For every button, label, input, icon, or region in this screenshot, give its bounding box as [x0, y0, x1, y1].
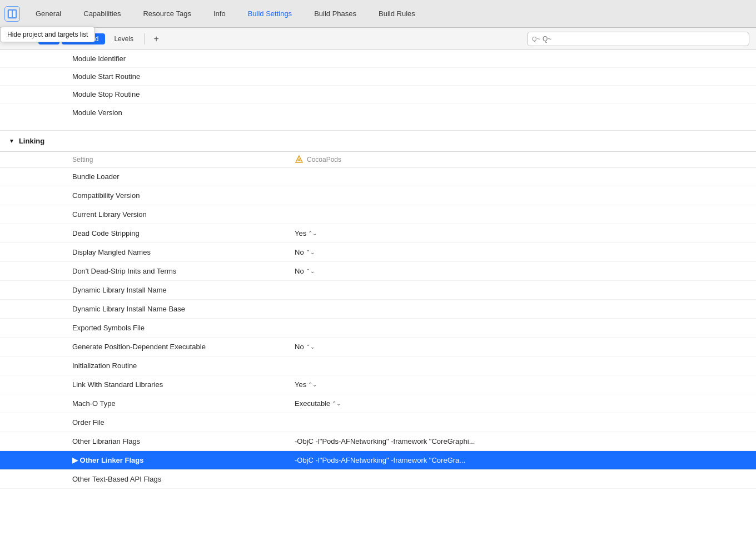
row-module-start-routine[interactable]: Module Start Routine	[0, 68, 756, 86]
top-nav-bar: General Capabilities Resource Tags Info …	[0, 0, 756, 28]
tab-build-phases[interactable]: Build Phases	[303, 0, 367, 28]
stepper-icon[interactable]: ⌃⌄	[308, 231, 317, 236]
linking-section-header[interactable]: ▼ Linking	[0, 131, 756, 152]
tab-info[interactable]: Info	[202, 0, 237, 28]
linking-section: ▼ Linking Setting A CocoaPods Bundle Loa…	[0, 131, 756, 489]
linking-row[interactable]: Current Library Version	[0, 205, 756, 224]
link-row-label: Display Mangled Names	[72, 248, 295, 256]
stepper-icon[interactable]: ⌃⌄	[306, 250, 315, 255]
link-row-label: Dynamic Library Install Name Base	[72, 305, 295, 313]
module-section: Module Identifier Module Start Routine M…	[0, 50, 756, 131]
tab-build-rules[interactable]: Build Rules	[367, 0, 426, 28]
module-version-label: Module Version	[72, 108, 295, 117]
link-row-value: Executable⌃⌄	[295, 399, 341, 408]
linking-row[interactable]: Don't Dead-Strip Inits and TermsNo⌃⌄	[0, 262, 756, 281]
linking-row[interactable]: Initialization Routine	[0, 356, 756, 375]
link-row-value: No⌃⌄	[295, 343, 315, 351]
tooltip-hide-list: Hide project and targets list	[0, 27, 95, 42]
col-header-cocoapods: A CocoaPods	[295, 155, 341, 164]
search-icon: Q~	[532, 36, 540, 42]
stepper-icon[interactable]: ⌃⌄	[332, 401, 341, 407]
link-row-value: No⌃⌄	[295, 248, 315, 256]
linking-row[interactable]: Bundle Loader	[0, 167, 756, 186]
tab-resource-tags[interactable]: Resource Tags	[132, 0, 202, 28]
linking-collapse-arrow: ▼	[9, 138, 14, 144]
stepper-icon[interactable]: ⌃⌄	[306, 344, 315, 350]
linking-row[interactable]: Exported Symbols File	[0, 319, 756, 338]
col-header-setting: Setting	[72, 156, 295, 163]
link-row-label: Current Library Version	[72, 210, 295, 219]
linking-row[interactable]: Compatibility Version	[0, 186, 756, 205]
link-row-value: -ObjC -l"Pods-AFNetworking" -framework "…	[295, 437, 475, 445]
linking-row[interactable]: Generate Position-Dependent ExecutableNo…	[0, 338, 756, 356]
linking-row[interactable]: Link With Standard LibrariesYes⌃⌄	[0, 375, 756, 394]
link-row-label: Generate Position-Dependent Executable	[72, 343, 295, 351]
filter-divider	[145, 33, 145, 44]
link-row-label: Bundle Loader	[72, 172, 295, 181]
svg-rect-2	[13, 11, 16, 17]
tab-build-settings[interactable]: Build Settings	[237, 0, 304, 28]
link-row-value: Yes⌃⌄	[295, 380, 317, 389]
stepper-icon[interactable]: ⌃⌄	[306, 269, 315, 274]
linking-row[interactable]: Dynamic Library Install Name Base	[0, 300, 756, 319]
linking-section-title: Linking	[19, 137, 44, 145]
linking-row[interactable]: ▶ Other Linker Flags-ObjC -l"Pods-AFNetw…	[0, 451, 756, 470]
link-row-label: Order File	[72, 418, 295, 427]
stepper-icon[interactable]: ⌃⌄	[308, 382, 317, 388]
row-module-stop-routine[interactable]: Module Stop Routine	[0, 86, 756, 103]
cocoapods-icon: A	[295, 155, 304, 164]
link-row-label: Link With Standard Libraries	[72, 380, 295, 389]
linking-row[interactable]: Dynamic Library Install Name	[0, 281, 756, 300]
tab-capabilities[interactable]: Capabilities	[72, 0, 132, 28]
main-content: Module Identifier Module Start Routine M…	[0, 50, 756, 555]
linking-row[interactable]: Mach-O TypeExecutable⌃⌄	[0, 394, 756, 413]
module-start-routine-label: Module Start Routine	[72, 72, 295, 81]
link-row-label: Other Text-Based API Flags	[72, 475, 295, 483]
linking-row[interactable]: Other Librarian Flags-ObjC -l"Pods-AFNet…	[0, 432, 756, 451]
link-row-label: Other Librarian Flags	[72, 437, 295, 445]
linking-row[interactable]: Order File	[0, 413, 756, 432]
link-row-label: ▶ Other Linker Flags	[72, 456, 295, 464]
svg-rect-1	[9, 11, 12, 17]
project-icon[interactable]	[4, 6, 20, 22]
link-row-label: Mach-O Type	[72, 399, 295, 408]
link-row-label: Exported Symbols File	[72, 324, 295, 332]
module-identifier-label: Module Identifier	[72, 54, 295, 63]
column-header-row: Setting A CocoaPods	[0, 152, 756, 167]
linking-row[interactable]: Display Mangled NamesNo⌃⌄	[0, 243, 756, 262]
link-row-value: -ObjC -l"Pods-AFNetworking" -framework "…	[295, 456, 465, 464]
filter-add-button[interactable]: +	[150, 32, 163, 46]
linking-row[interactable]: Dead Code StrippingYes⌃⌄	[0, 224, 756, 243]
link-row-label: Dead Code Stripping	[72, 229, 295, 237]
tab-general[interactable]: General	[24, 0, 72, 28]
row-module-version[interactable]: Module Version	[0, 103, 756, 121]
linking-rows-container: Bundle LoaderCompatibility VersionCurren…	[0, 167, 756, 489]
link-row-value: No⌃⌄	[295, 267, 315, 275]
link-row-label: Initialization Routine	[72, 361, 295, 370]
filter-bar: Basic All Combined Levels + Q~	[0, 28, 756, 50]
link-row-label: Don't Dead-Strip Inits and Terms	[72, 267, 295, 275]
search-box[interactable]: Q~	[527, 32, 749, 46]
link-row-value: Yes⌃⌄	[295, 229, 317, 237]
link-row-label: Compatibility Version	[72, 191, 295, 200]
module-stop-routine-label: Module Stop Routine	[72, 90, 295, 98]
row-module-identifier[interactable]: Module Identifier	[0, 50, 756, 68]
filter-levels-button[interactable]: Levels	[107, 33, 140, 44]
search-input[interactable]	[543, 35, 744, 43]
link-row-label: Dynamic Library Install Name	[72, 286, 295, 294]
linking-row[interactable]: Other Text-Based API Flags	[0, 470, 756, 489]
